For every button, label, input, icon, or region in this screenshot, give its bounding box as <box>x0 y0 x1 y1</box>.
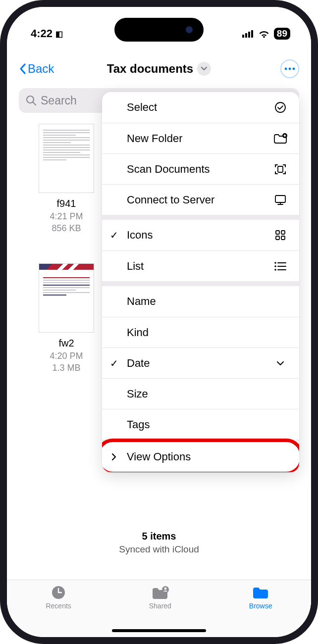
search-icon <box>26 95 37 106</box>
chevron-left-icon <box>19 63 27 75</box>
file-item[interactable]: f941 4:21 PM 856 KB <box>22 124 111 235</box>
menu-label: Name <box>127 295 156 308</box>
file-name: fw2 <box>22 338 111 349</box>
svg-point-5 <box>289 68 291 70</box>
clock-icon <box>50 585 67 600</box>
checkmark-icon: ✓ <box>110 229 118 241</box>
screen: 4:22 ◧ 89 Back Tax documents <box>7 7 311 637</box>
file-grid: f941 4:21 PM 856 KB fw2 4:20 PM 1.3 MB <box>22 124 111 402</box>
menu-sort-kind[interactable]: Kind <box>102 317 299 347</box>
menu-view-list[interactable]: List <box>102 250 299 281</box>
tab-browse[interactable]: Browse <box>249 585 272 610</box>
ellipsis-icon <box>284 67 295 70</box>
status-time: 4:22 <box>31 27 53 40</box>
back-button[interactable]: Back <box>19 62 54 76</box>
menu-label: Scan Documents <box>127 163 210 176</box>
svg-point-6 <box>293 68 295 70</box>
file-thumbnail <box>39 124 94 193</box>
svg-point-4 <box>285 68 287 70</box>
more-button[interactable] <box>280 59 299 78</box>
context-menu: Select New Folder Scan Documents Connect… <box>102 92 299 472</box>
menu-view-options[interactable]: View Options <box>102 442 299 472</box>
menu-select[interactable]: Select <box>102 92 299 123</box>
item-count: 5 items <box>7 531 311 542</box>
file-name: f941 <box>22 198 111 209</box>
svg-rect-18 <box>281 236 285 240</box>
menu-label: Connect to Server <box>127 194 214 206</box>
svg-rect-11 <box>278 166 283 172</box>
home-indicator[interactable] <box>112 629 206 632</box>
menu-sort-tags[interactable]: Tags <box>102 409 299 440</box>
chevron-down-icon <box>197 62 211 76</box>
server-icon <box>273 194 287 206</box>
svg-line-8 <box>33 102 36 105</box>
tab-recents[interactable]: Recents <box>46 585 71 610</box>
id-card-icon: ◧ <box>55 29 63 39</box>
folder-icon <box>252 585 269 600</box>
menu-label: Icons <box>127 229 153 242</box>
file-item[interactable]: fw2 4:20 PM 1.3 MB <box>22 263 111 374</box>
list-icon <box>273 261 287 271</box>
file-time: 4:20 PM <box>22 350 111 362</box>
svg-rect-15 <box>276 231 279 234</box>
menu-scan-documents[interactable]: Scan Documents <box>102 153 299 184</box>
file-thumbnail <box>39 263 94 333</box>
menu-label: Size <box>127 388 148 400</box>
page-title: Tax documents <box>107 62 193 76</box>
menu-sort-name[interactable]: Name <box>102 286 299 317</box>
wifi-icon <box>258 29 270 38</box>
svg-point-23 <box>274 269 276 271</box>
menu-label: View Options <box>127 450 191 463</box>
cellular-icon <box>242 30 254 38</box>
file-size: 1.3 MB <box>22 362 111 374</box>
menu-sort-size[interactable]: Size <box>102 378 299 409</box>
page-title-button[interactable]: Tax documents <box>107 62 211 76</box>
menu-label: List <box>127 260 144 273</box>
tab-label: Shared <box>149 602 171 610</box>
svg-rect-2 <box>248 32 250 38</box>
file-size: 856 KB <box>22 222 111 234</box>
tab-shared[interactable]: Shared <box>149 585 171 610</box>
svg-rect-0 <box>242 35 244 38</box>
file-time: 4:21 PM <box>22 210 111 222</box>
svg-point-19 <box>274 262 276 264</box>
chevron-down-icon <box>273 360 287 366</box>
svg-rect-16 <box>281 231 285 234</box>
scan-icon <box>273 163 287 176</box>
battery-icon: 89 <box>274 28 290 40</box>
svg-rect-12 <box>275 196 285 202</box>
nav-bar: Back Tax documents <box>7 54 311 83</box>
menu-view-icons[interactable]: ✓ Icons <box>102 220 299 250</box>
svg-point-27 <box>164 588 167 590</box>
menu-connect-server[interactable]: Connect to Server <box>102 184 299 215</box>
select-icon <box>273 101 287 113</box>
phone-frame: 4:22 ◧ 89 Back Tax documents <box>0 0 318 644</box>
svg-rect-1 <box>245 33 247 38</box>
new-folder-icon <box>273 133 287 144</box>
svg-point-21 <box>274 265 276 267</box>
search-placeholder: Search <box>41 94 77 107</box>
menu-new-folder[interactable]: New Folder <box>102 123 299 153</box>
svg-rect-17 <box>276 236 279 240</box>
grid-icon <box>273 229 287 241</box>
dynamic-island <box>114 18 204 42</box>
svg-point-9 <box>275 102 285 112</box>
back-label: Back <box>28 62 54 76</box>
folder-summary: 5 items Synced with iCloud <box>7 531 311 555</box>
tab-bar: Recents Shared Browse <box>7 580 311 637</box>
shared-folder-icon <box>151 585 169 600</box>
svg-rect-3 <box>251 30 253 38</box>
sync-status: Synced with iCloud <box>7 544 311 555</box>
chevron-right-icon <box>111 452 117 461</box>
menu-label: Select <box>127 101 157 114</box>
tab-label: Recents <box>46 602 71 610</box>
checkmark-icon: ✓ <box>110 357 118 369</box>
menu-label: New Folder <box>127 132 182 145</box>
tab-label: Browse <box>249 602 272 610</box>
menu-label: Kind <box>127 326 149 339</box>
menu-label: Date <box>127 357 150 370</box>
menu-sort-date[interactable]: ✓ Date <box>102 347 299 378</box>
menu-label: Tags <box>127 418 150 431</box>
